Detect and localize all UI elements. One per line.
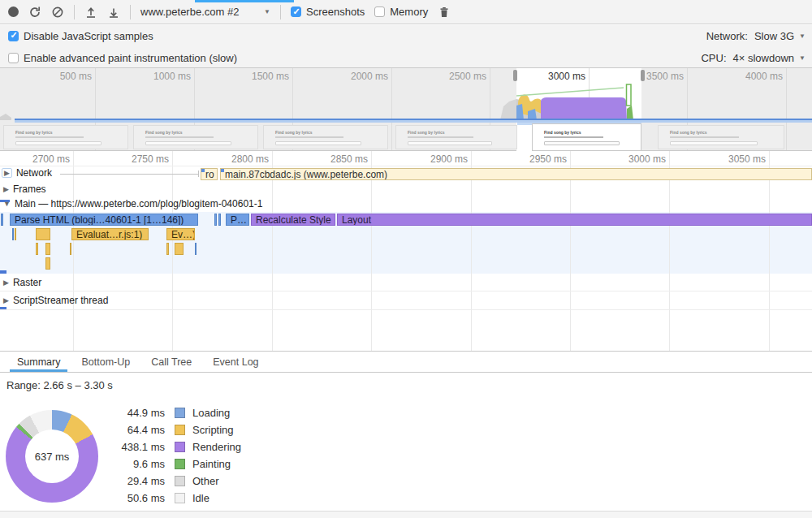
disable-js-samples-checkbox[interactable]: Disable JavaScript samples (8, 30, 153, 42)
track-scriptstreamer[interactable]: ▶ ScriptStreamer thread (3, 295, 108, 306)
panel-tab-accent (195, 0, 294, 2)
track-main-label: Main — https://www.peterbe.com/plog/blog… (15, 198, 263, 209)
legend-swatch (175, 408, 185, 418)
legend-label: Idle (192, 492, 209, 504)
collapse-arrow-icon[interactable]: ▶ (2, 168, 12, 178)
reload-and-profile-button[interactable] (28, 6, 41, 19)
filmstrip-thumbnail[interactable]: Find song by lyrics (3, 125, 128, 149)
clear-button[interactable] (51, 6, 64, 19)
thumbnail-title: Find song by lyrics (275, 130, 387, 135)
tab-call-tree[interactable]: Call Tree (140, 352, 202, 372)
thumbnail-searchbox (15, 141, 102, 145)
record-button[interactable] (8, 6, 19, 17)
event-label: Recalculate Style (256, 214, 331, 226)
legend-swatch (175, 476, 185, 486)
ruler-tick: 2850 ms (330, 153, 368, 165)
gridline (172, 151, 173, 351)
flame-event[interactable] (166, 243, 169, 255)
filmstrip-thumbnail-selected[interactable]: Find song by lyrics (532, 123, 641, 151)
upload-icon (84, 6, 97, 19)
tab-summary[interactable]: Summary (6, 352, 71, 372)
track-frames[interactable]: ▶ Frames (3, 183, 46, 195)
flame-event[interactable] (1, 214, 3, 226)
flame-event-paint[interactable]: P… (226, 214, 249, 226)
flame-event[interactable] (36, 243, 38, 255)
thumbnail-searchbox (145, 141, 231, 145)
capture-settings: Disable JavaScript samples Network: Slow… (0, 25, 812, 68)
flame-event[interactable] (12, 228, 14, 240)
profile-history-select[interactable]: www.peterbe.com #2 ▼ (140, 6, 270, 18)
chevron-down-icon: ▼ (264, 8, 270, 15)
thumbnail-title: Find song by lyrics (544, 130, 641, 135)
network-request-bar[interactable]: ro (201, 168, 218, 180)
gridline (769, 151, 770, 351)
flame-event[interactable] (175, 243, 184, 255)
devtools-performance-panel: www.peterbe.com #2 ▼ Screenshots Memory … (0, 0, 812, 518)
legend-label: Painting (192, 458, 231, 470)
flame-event[interactable] (70, 243, 71, 255)
disable-js-samples-label: Disable JavaScript samples (24, 30, 153, 42)
flame-event[interactable] (214, 214, 217, 226)
timestamp-marker (0, 270, 6, 274)
network-request-bar[interactable]: main.87cbdadc.js (www.peterbe.com) (220, 168, 812, 180)
track-scriptstreamer-label: ScriptStreamer thread (13, 295, 108, 306)
thumbnail-subtitle (145, 136, 214, 138)
flame-event-recalculate-style[interactable]: Recalculate Style (251, 214, 335, 226)
collapse-arrow-icon[interactable]: ▶ (3, 278, 9, 287)
garbage-collect-button[interactable] (438, 6, 451, 19)
gridline (570, 151, 571, 351)
request-whisker-tick (198, 171, 199, 177)
filmstrip-thumbnail[interactable]: Find song by lyrics (263, 125, 388, 149)
selection-left-handle[interactable] (513, 70, 517, 81)
event-label: Layout (342, 214, 371, 226)
collapse-arrow-icon[interactable]: ▶ (3, 185, 9, 193)
block-icon (51, 6, 64, 19)
tab-bottom-up[interactable]: Bottom-Up (71, 352, 140, 372)
gridline (73, 151, 74, 351)
collapse-arrow-icon[interactable]: ▶ (3, 296, 9, 304)
track-main[interactable]: ▼ Main — https://www.peterbe.com/plog/bl… (3, 198, 262, 209)
legend-row: 438.1 ms Rendering (102, 438, 241, 455)
tab-event-log[interactable]: Event Log (202, 352, 269, 372)
timeline-overview[interactable]: 500 ms 1000 ms 1500 ms 2000 ms 2500 ms 3… (0, 68, 812, 151)
legend-swatch (175, 493, 185, 503)
flame-event[interactable] (195, 243, 197, 255)
memory-checkbox[interactable]: Memory (374, 6, 428, 18)
legend-value: 44.9 ms (102, 407, 165, 419)
legend-label: Other (192, 475, 219, 487)
summary-pane: Range: 2.66 s – 3.30 s 637 ms 44.9 ms Lo… (0, 373, 812, 518)
summary-legend: 44.9 ms Loading 64.4 ms Scripting 438.1 … (102, 404, 241, 507)
flame-chart-area[interactable]: 2700 ms 2750 ms 2800 ms 2850 ms 2900 ms … (0, 151, 812, 351)
toolbar-divider (74, 5, 75, 19)
ruler-tick: 2900 ms (430, 153, 468, 165)
ruler-tick: 2800 ms (231, 153, 269, 165)
paint-instrumentation-checkbox[interactable]: Enable advanced paint instrumentation (s… (8, 52, 237, 64)
thumbnail-searchbox (544, 141, 620, 145)
screenshots-checkbox[interactable]: Screenshots (291, 6, 365, 18)
cpu-throttling-select[interactable]: CPU: 4× slowdown ▼ (701, 52, 806, 64)
filmstrip-thumbnail[interactable]: Find song by lyrics (395, 125, 517, 149)
load-profile-button[interactable] (84, 6, 97, 19)
legend-label: Loading (192, 407, 230, 419)
event-label: Ev…) (171, 229, 195, 240)
save-profile-button[interactable] (107, 6, 120, 19)
flame-event[interactable] (15, 228, 16, 240)
gridline (471, 151, 472, 351)
filmstrip-thumbnail[interactable]: Find song by lyrics (133, 125, 258, 149)
flame-event[interactable] (45, 257, 50, 270)
flame-event-layout[interactable]: Layout (337, 214, 812, 226)
flame-event[interactable] (45, 243, 50, 255)
track-network[interactable]: ▶ Network (3, 167, 52, 179)
legend-row: 64.4 ms Scripting (102, 421, 241, 438)
flame-event-evaluate-script[interactable]: Evaluat…r.js:1) (71, 228, 149, 240)
flame-event[interactable] (218, 214, 221, 226)
flame-event[interactable] (36, 228, 50, 240)
track-raster[interactable]: ▶ Raster (3, 277, 41, 288)
thumbnail-subtitle (544, 136, 603, 138)
flame-event-parse-html[interactable]: Parse HTML (blogi…40601-1 [1…146]) (10, 214, 198, 226)
network-throttling-select[interactable]: Network: Slow 3G ▼ (706, 30, 806, 42)
flame-event-evaluate-script[interactable]: Ev…) (166, 228, 195, 240)
filmstrip-thumbnail[interactable]: Find song by lyrics (658, 125, 784, 149)
selection-right-handle[interactable] (641, 70, 645, 81)
expand-arrow-icon[interactable]: ▼ (3, 200, 11, 208)
